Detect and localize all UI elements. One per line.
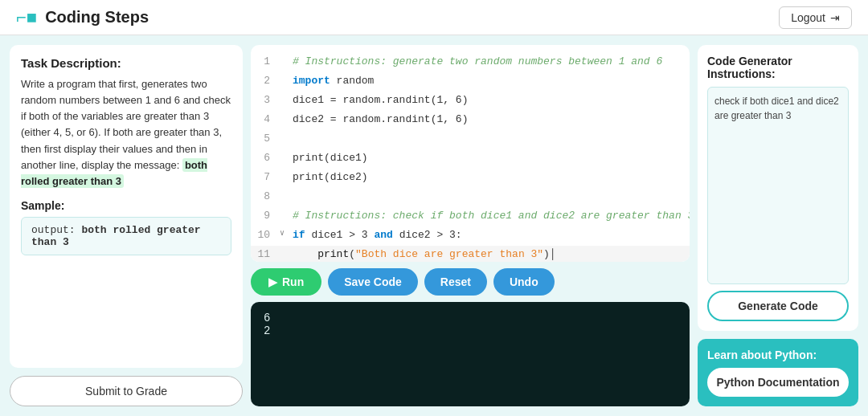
logo-icon: ⌐■ bbox=[16, 7, 37, 28]
run-label: Run bbox=[282, 275, 304, 288]
code-area[interactable]: 1 # Instructions: generate two random nu… bbox=[251, 45, 690, 262]
generate-button[interactable]: Generate Code bbox=[707, 291, 849, 321]
code-gen-card: Code Generator Instructions: check if bo… bbox=[698, 45, 858, 331]
logout-button[interactable]: Logout ⇥ bbox=[779, 6, 852, 29]
reset-button[interactable]: Reset bbox=[424, 268, 487, 296]
line-content-3: dice1 = random.randint(1, 6) bbox=[293, 92, 690, 109]
line-content-10: if dice1 > 3 and dice2 > 3: bbox=[293, 226, 690, 244]
sample-output: output: both rolled greater than 3 bbox=[21, 217, 231, 255]
code-gen-title: Code Generator Instructions: bbox=[707, 55, 849, 80]
code-editor[interactable]: 1 # Instructions: generate two random nu… bbox=[251, 45, 690, 262]
submit-button[interactable]: Submit to Grade bbox=[10, 376, 243, 406]
output-console: 6 2 bbox=[251, 302, 690, 406]
code-line-2: 2 import random bbox=[251, 72, 690, 92]
line-content-4: dice2 = random.randint(1, 6) bbox=[293, 111, 690, 128]
code-line-1: 1 # Instructions: generate two random nu… bbox=[251, 53, 690, 72]
code-line-3: 3 dice1 = random.randint(1, 6) bbox=[251, 92, 690, 111]
line-num-7: 7 bbox=[251, 169, 280, 186]
line-num-4: 4 bbox=[251, 111, 280, 128]
output-line-2: 2 bbox=[264, 324, 677, 337]
line-content-11: print("Both dice are greater than 3")│ bbox=[293, 246, 690, 262]
code-line-10: 10 ∨ if dice1 > 3 and dice2 > 3: bbox=[251, 226, 690, 246]
python-docs-button[interactable]: Python Documentation bbox=[707, 368, 849, 397]
line-num-3: 3 bbox=[251, 92, 280, 109]
line-content-2: import random bbox=[293, 72, 690, 90]
logout-icon: ⇥ bbox=[830, 11, 840, 24]
line-num-2: 2 bbox=[251, 72, 280, 90]
task-desc-text: Write a program that first, generates tw… bbox=[21, 78, 231, 171]
line-content-9: # Instructions: check if both dice1 and … bbox=[293, 207, 690, 225]
code-line-8: 8 bbox=[251, 188, 690, 207]
logout-label: Logout bbox=[791, 11, 825, 24]
line-content-1: # Instructions: generate two random numb… bbox=[293, 53, 690, 71]
code-line-11: 11 print("Both dice are greater than 3")… bbox=[251, 246, 690, 262]
code-line-7: 7 print(dice2) bbox=[251, 169, 690, 188]
line-num-5: 5 bbox=[251, 130, 280, 148]
learn-title: Learn about Python: bbox=[707, 349, 849, 361]
save-button[interactable]: Save Code bbox=[328, 268, 418, 296]
task-card: Task Description: Write a program that f… bbox=[10, 45, 243, 368]
code-line-6: 6 print(dice1) bbox=[251, 149, 690, 169]
learn-card: Learn about Python: Python Documentation bbox=[698, 339, 858, 406]
code-line-5: 5 bbox=[251, 130, 690, 149]
run-button[interactable]: ▶ Run bbox=[251, 268, 321, 296]
line-num-6: 6 bbox=[251, 149, 280, 167]
code-gen-input[interactable]: check if both dice1 and dice2 are greate… bbox=[707, 87, 849, 284]
line-content-6: print(dice1) bbox=[293, 149, 690, 167]
line-num-1: 1 bbox=[251, 53, 280, 71]
header: ⌐■ Coding Steps Logout ⇥ bbox=[0, 0, 868, 35]
output-line-1: 6 bbox=[264, 312, 677, 324]
line-num-8: 8 bbox=[251, 188, 280, 206]
right-panel: Code Generator Instructions: check if bo… bbox=[698, 45, 858, 406]
task-description: Write a program that first, generates tw… bbox=[21, 76, 231, 190]
left-panel: Task Description: Write a program that f… bbox=[10, 45, 243, 406]
logo-area: ⌐■ Coding Steps bbox=[16, 7, 149, 28]
sample-prefix: output: bbox=[31, 224, 81, 236]
center-panel: 1 # Instructions: generate two random nu… bbox=[251, 45, 690, 406]
toolbar: ▶ Run Save Code Reset Undo bbox=[251, 268, 690, 296]
undo-button[interactable]: Undo bbox=[493, 268, 555, 296]
sample-title: Sample: bbox=[21, 199, 231, 212]
line-content-7: print(dice2) bbox=[293, 169, 690, 186]
main-layout: Task Description: Write a program that f… bbox=[0, 35, 868, 416]
sample-section: Sample: output: both rolled greater than… bbox=[21, 199, 231, 255]
code-line-9: 9 # Instructions: check if both dice1 an… bbox=[251, 207, 690, 226]
code-line-4: 4 dice2 = random.randint(1, 6) bbox=[251, 111, 690, 130]
line-num-11: 11 bbox=[251, 246, 280, 262]
run-play-icon: ▶ bbox=[268, 275, 277, 288]
task-title: Task Description: bbox=[21, 56, 231, 70]
line-num-10: 10 bbox=[251, 226, 280, 244]
app-title: Coding Steps bbox=[45, 8, 149, 27]
line-num-9: 9 bbox=[251, 207, 280, 225]
